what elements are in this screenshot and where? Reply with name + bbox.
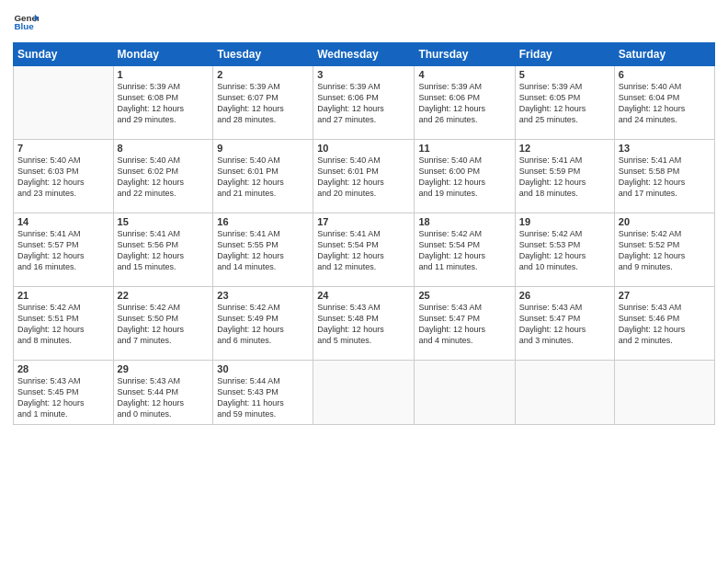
day-number: 13 — [619, 143, 711, 154]
calendar-cell: 2Sunrise: 5:39 AM Sunset: 6:07 PM Daylig… — [213, 66, 313, 140]
day-info: Sunrise: 5:40 AM Sunset: 6:01 PM Dayligh… — [317, 155, 410, 200]
day-number: 21 — [17, 290, 109, 301]
day-number: 14 — [17, 216, 109, 227]
day-number: 12 — [519, 143, 610, 154]
day-info: Sunrise: 5:41 AM Sunset: 5:55 PM Dayligh… — [217, 228, 309, 273]
day-info: Sunrise: 5:41 AM Sunset: 5:58 PM Dayligh… — [619, 155, 711, 200]
col-header-monday: Monday — [113, 43, 213, 66]
day-info: Sunrise: 5:43 AM Sunset: 5:45 PM Dayligh… — [17, 375, 109, 420]
calendar-cell: 13Sunrise: 5:41 AM Sunset: 5:58 PM Dayli… — [614, 140, 714, 213]
calendar-cell: 10Sunrise: 5:40 AM Sunset: 6:01 PM Dayli… — [313, 140, 415, 213]
calendar-cell: 28Sunrise: 5:43 AM Sunset: 5:45 PM Dayli… — [14, 361, 114, 425]
col-header-tuesday: Tuesday — [213, 43, 313, 66]
calendar-header-row: SundayMondayTuesdayWednesdayThursdayFrid… — [14, 43, 715, 66]
col-header-wednesday: Wednesday — [313, 43, 415, 66]
day-info: Sunrise: 5:42 AM Sunset: 5:51 PM Dayligh… — [17, 302, 109, 347]
calendar-cell: 12Sunrise: 5:41 AM Sunset: 5:59 PM Dayli… — [515, 140, 614, 213]
calendar-cell: 15Sunrise: 5:41 AM Sunset: 5:56 PM Dayli… — [113, 213, 213, 287]
day-number: 28 — [17, 363, 109, 374]
day-number: 16 — [217, 216, 309, 227]
day-info: Sunrise: 5:40 AM Sunset: 6:02 PM Dayligh… — [118, 155, 210, 200]
day-info: Sunrise: 5:42 AM Sunset: 5:50 PM Dayligh… — [118, 302, 210, 347]
calendar-cell: 6Sunrise: 5:40 AM Sunset: 6:04 PM Daylig… — [614, 66, 714, 140]
day-number: 8 — [118, 143, 210, 154]
calendar-cell: 29Sunrise: 5:43 AM Sunset: 5:44 PM Dayli… — [113, 361, 213, 425]
calendar-cell: 7Sunrise: 5:40 AM Sunset: 6:03 PM Daylig… — [14, 140, 114, 213]
calendar-cell — [14, 66, 114, 140]
day-info: Sunrise: 5:39 AM Sunset: 6:06 PM Dayligh… — [418, 81, 510, 126]
day-number: 9 — [217, 143, 309, 154]
logo-icon: General Blue — [13, 9, 39, 35]
calendar-cell: 9Sunrise: 5:40 AM Sunset: 6:01 PM Daylig… — [213, 140, 313, 213]
day-number: 17 — [317, 216, 410, 227]
day-info: Sunrise: 5:40 AM Sunset: 6:00 PM Dayligh… — [418, 155, 510, 200]
calendar-cell: 27Sunrise: 5:43 AM Sunset: 5:46 PM Dayli… — [614, 287, 714, 361]
calendar-cell — [415, 361, 515, 425]
day-info: Sunrise: 5:39 AM Sunset: 6:06 PM Dayligh… — [317, 81, 410, 126]
day-number: 29 — [118, 363, 210, 374]
day-info: Sunrise: 5:44 AM Sunset: 5:43 PM Dayligh… — [217, 375, 309, 420]
logo: General Blue — [13, 9, 39, 35]
day-info: Sunrise: 5:41 AM Sunset: 5:56 PM Dayligh… — [118, 228, 210, 273]
day-number: 24 — [317, 290, 410, 301]
day-number: 22 — [118, 290, 210, 301]
day-number: 25 — [418, 290, 510, 301]
calendar-cell: 3Sunrise: 5:39 AM Sunset: 6:06 PM Daylig… — [313, 66, 415, 140]
calendar-cell — [515, 361, 614, 425]
day-number: 18 — [418, 216, 510, 227]
page-header: General Blue — [13, 9, 715, 35]
day-number: 26 — [519, 290, 610, 301]
svg-text:Blue: Blue — [14, 21, 34, 31]
calendar-cell: 30Sunrise: 5:44 AM Sunset: 5:43 PM Dayli… — [213, 361, 313, 425]
day-number: 7 — [17, 143, 109, 154]
day-info: Sunrise: 5:43 AM Sunset: 5:46 PM Dayligh… — [619, 302, 711, 347]
day-info: Sunrise: 5:40 AM Sunset: 6:04 PM Dayligh… — [619, 81, 711, 126]
day-number: 20 — [619, 216, 711, 227]
day-number: 10 — [317, 143, 410, 154]
col-header-sunday: Sunday — [14, 43, 114, 66]
day-info: Sunrise: 5:43 AM Sunset: 5:48 PM Dayligh… — [317, 302, 410, 347]
day-number: 23 — [217, 290, 309, 301]
calendar-cell: 22Sunrise: 5:42 AM Sunset: 5:50 PM Dayli… — [113, 287, 213, 361]
calendar-cell: 4Sunrise: 5:39 AM Sunset: 6:06 PM Daylig… — [415, 66, 515, 140]
calendar-cell: 25Sunrise: 5:43 AM Sunset: 5:47 PM Dayli… — [415, 287, 515, 361]
day-info: Sunrise: 5:40 AM Sunset: 6:03 PM Dayligh… — [17, 155, 109, 200]
day-info: Sunrise: 5:41 AM Sunset: 5:59 PM Dayligh… — [519, 155, 610, 200]
day-info: Sunrise: 5:39 AM Sunset: 6:07 PM Dayligh… — [217, 81, 309, 126]
day-number: 27 — [619, 290, 711, 301]
day-info: Sunrise: 5:42 AM Sunset: 5:54 PM Dayligh… — [418, 228, 510, 273]
day-info: Sunrise: 5:43 AM Sunset: 5:47 PM Dayligh… — [418, 302, 510, 347]
calendar-cell: 20Sunrise: 5:42 AM Sunset: 5:52 PM Dayli… — [614, 213, 714, 287]
calendar-cell: 1Sunrise: 5:39 AM Sunset: 6:08 PM Daylig… — [113, 66, 213, 140]
calendar-table: SundayMondayTuesdayWednesdayThursdayFrid… — [13, 42, 715, 425]
day-info: Sunrise: 5:43 AM Sunset: 5:44 PM Dayligh… — [118, 375, 210, 420]
day-info: Sunrise: 5:42 AM Sunset: 5:52 PM Dayligh… — [619, 228, 711, 273]
col-header-saturday: Saturday — [614, 43, 714, 66]
calendar-cell: 5Sunrise: 5:39 AM Sunset: 6:05 PM Daylig… — [515, 66, 614, 140]
calendar-cell: 14Sunrise: 5:41 AM Sunset: 5:57 PM Dayli… — [14, 213, 114, 287]
calendar-cell: 26Sunrise: 5:43 AM Sunset: 5:47 PM Dayli… — [515, 287, 614, 361]
calendar-cell: 19Sunrise: 5:42 AM Sunset: 5:53 PM Dayli… — [515, 213, 614, 287]
day-number: 30 — [217, 363, 309, 374]
calendar-cell — [614, 361, 714, 425]
calendar-cell: 18Sunrise: 5:42 AM Sunset: 5:54 PM Dayli… — [415, 213, 515, 287]
calendar-cell: 21Sunrise: 5:42 AM Sunset: 5:51 PM Dayli… — [14, 287, 114, 361]
calendar-cell: 17Sunrise: 5:41 AM Sunset: 5:54 PM Dayli… — [313, 213, 415, 287]
day-info: Sunrise: 5:42 AM Sunset: 5:53 PM Dayligh… — [519, 228, 610, 273]
col-header-thursday: Thursday — [415, 43, 515, 66]
day-number: 2 — [217, 69, 309, 80]
day-number: 4 — [418, 69, 510, 80]
day-info: Sunrise: 5:39 AM Sunset: 6:08 PM Dayligh… — [118, 81, 210, 126]
calendar-cell: 16Sunrise: 5:41 AM Sunset: 5:55 PM Dayli… — [213, 213, 313, 287]
day-info: Sunrise: 5:41 AM Sunset: 5:54 PM Dayligh… — [317, 228, 410, 273]
day-info: Sunrise: 5:43 AM Sunset: 5:47 PM Dayligh… — [519, 302, 610, 347]
day-info: Sunrise: 5:39 AM Sunset: 6:05 PM Dayligh… — [519, 81, 610, 126]
day-number: 11 — [418, 143, 510, 154]
calendar-cell: 8Sunrise: 5:40 AM Sunset: 6:02 PM Daylig… — [113, 140, 213, 213]
calendar-cell: 23Sunrise: 5:42 AM Sunset: 5:49 PM Dayli… — [213, 287, 313, 361]
day-number: 15 — [118, 216, 210, 227]
day-number: 6 — [619, 69, 711, 80]
day-number: 1 — [118, 69, 210, 80]
calendar-cell: 11Sunrise: 5:40 AM Sunset: 6:00 PM Dayli… — [415, 140, 515, 213]
day-info: Sunrise: 5:42 AM Sunset: 5:49 PM Dayligh… — [217, 302, 309, 347]
